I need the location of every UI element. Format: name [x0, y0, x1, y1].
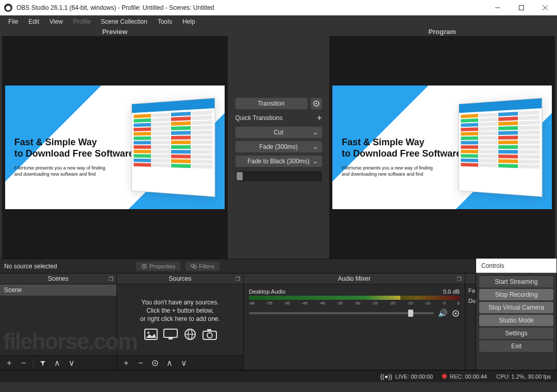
image-source-icon — [143, 328, 159, 341]
svg-point-7 — [144, 265, 145, 267]
svg-rect-1 — [519, 5, 524, 10]
sources-dock: Sources ❐ You don't have any sources. Cl… — [117, 273, 244, 370]
scene-item[interactable]: Scene — [0, 284, 116, 296]
speaker-icon[interactable]: 🔊 — [438, 309, 448, 318]
camera-source-icon — [202, 328, 217, 341]
minimize-button[interactable] — [486, 0, 510, 15]
window-title: OBS Studio 26.1.1 (64-bit, windows) - Pr… — [16, 4, 486, 11]
popout-icon[interactable]: ❐ — [235, 276, 240, 282]
preview-content: Fast & Simple Wayto Download Free Softwa… — [5, 86, 225, 209]
filter-icon — [39, 360, 46, 367]
close-button[interactable] — [533, 0, 557, 15]
chevron-down-icon: ⌄ — [313, 158, 318, 165]
svg-point-23 — [455, 312, 457, 314]
quick-transition-cut[interactable]: Cut ⌄ — [235, 127, 322, 138]
display-source-icon — [163, 328, 178, 341]
audio-meter — [249, 296, 460, 300]
menu-file[interactable]: File — [4, 17, 22, 26]
stop-recording-button[interactable]: Stop Recording — [479, 289, 553, 300]
svg-point-5 — [315, 103, 317, 105]
cpu-status: CPU: 1.2%, 30.00 fps — [496, 373, 551, 380]
svg-point-21 — [155, 362, 156, 364]
quick-transition-fade[interactable]: Fade (300ms) ⌄ — [235, 141, 322, 152]
studio-mode-button[interactable]: Studio Mode — [479, 315, 553, 326]
svg-rect-19 — [207, 329, 211, 332]
stop-virtual-camera-button[interactable]: Stop Virtual Camera — [479, 302, 553, 313]
quick-transition-fade-black[interactable]: Fade to Black (300ms) ⌄ — [235, 156, 322, 167]
svg-rect-13 — [168, 338, 173, 339]
add-scene-button[interactable]: + — [2, 357, 16, 369]
menu-help[interactable]: Help — [178, 17, 199, 26]
menu-edit[interactable]: Edit — [24, 17, 43, 26]
controls-dock: Controls Start Streaming Stop Recording … — [476, 259, 557, 370]
add-quick-transition-button[interactable]: + — [317, 113, 322, 123]
minimize-icon — [495, 5, 500, 10]
preview-panel[interactable]: Fast & Simple Wayto Download Free Softwa… — [0, 36, 230, 259]
menu-profile[interactable]: Profile — [69, 17, 95, 26]
audio-settings-button[interactable] — [452, 310, 460, 317]
preview-subtext: FileHorse presents you a new way of find… — [14, 165, 134, 177]
scenes-dock: Scenes ❐ Scene + − ∧ ∨ — [0, 273, 117, 370]
live-status: LIVE: 00:00:00 — [395, 373, 433, 380]
preview-label: Preview — [0, 28, 230, 36]
scenes-title: Scenes — [48, 275, 69, 282]
broadcast-icon: ((●)) — [380, 373, 392, 380]
program-panel[interactable]: Fast & Simple Wayto Download Free Softwa… — [328, 36, 558, 259]
properties-button[interactable]: Properties — [136, 262, 180, 271]
popout-icon[interactable]: ❐ — [109, 276, 113, 282]
mixer-title: Audio Mixer — [338, 275, 370, 282]
transition-settings-button[interactable] — [311, 98, 322, 109]
controls-title: Controls — [476, 259, 556, 273]
program-label: Program — [328, 28, 558, 36]
scene-down-button[interactable]: ∨ — [64, 357, 79, 369]
program-content: Fast & Simple Wayto Download Free Softwa… — [332, 86, 552, 209]
menu-scene-collection[interactable]: Scene Collection — [97, 17, 151, 26]
source-down-button[interactable]: ∨ — [177, 357, 191, 369]
start-streaming-button[interactable]: Start Streaming — [479, 276, 553, 287]
svg-point-11 — [147, 332, 149, 334]
slider-handle[interactable] — [237, 172, 243, 180]
title-bar: ⬤ OBS Studio 26.1.1 (64-bit, windows) - … — [0, 0, 557, 15]
preview-program-area: Fast & Simple Wayto Download Free Softwa… — [0, 36, 557, 259]
source-up-button[interactable]: ∧ — [162, 357, 177, 369]
audio-track-label: Desktop Audio — [249, 288, 285, 295]
gear-icon — [313, 100, 320, 107]
gear-icon — [141, 263, 147, 269]
audio-ticks: -60-55-50-45-40-35-30-25-20-15-10-50 — [249, 301, 460, 305]
scene-filters-button[interactable] — [36, 357, 50, 369]
popout-icon[interactable]: ❐ — [457, 276, 462, 282]
svg-point-18 — [207, 333, 212, 338]
app-icon: ⬤ — [4, 4, 12, 12]
maximize-button[interactable] — [510, 0, 533, 15]
scene-up-button[interactable]: ∧ — [50, 357, 64, 369]
remove-source-button[interactable]: − — [133, 357, 148, 369]
sources-toolbar: + − ∧ ∨ — [117, 355, 243, 370]
source-settings-button[interactable] — [148, 357, 162, 369]
no-source-label: No source selected — [4, 263, 97, 270]
audio-level-label: 0.0 dB — [443, 288, 460, 295]
settings-button[interactable]: Settings — [479, 328, 553, 339]
gear-icon — [452, 310, 460, 317]
t-bar-slider[interactable] — [235, 171, 322, 181]
status-bar: ((●)) LIVE: 00:00:00 REC: 00:00:44 CPU: … — [0, 370, 557, 382]
transition-button[interactable]: Transition — [235, 98, 308, 109]
browser-source-icon — [182, 328, 198, 341]
rec-status: REC: 00:00:44 — [450, 373, 487, 380]
gear-icon — [151, 360, 159, 367]
preview-program-labels: Preview Program — [0, 28, 557, 36]
transition-column: Transition Quick Transitions + Cut ⌄ Fad… — [230, 36, 328, 259]
filters-button[interactable]: Filters — [185, 262, 220, 271]
sources-empty[interactable]: You don't have any sources. Click the + … — [117, 284, 243, 355]
exit-button[interactable]: Exit — [479, 340, 553, 352]
preview-headline: Fast & Simple Wayto Download Free Softwa… — [14, 137, 134, 159]
remove-scene-button[interactable]: − — [16, 357, 31, 369]
menu-view[interactable]: View — [45, 17, 67, 26]
maximize-icon — [519, 5, 524, 10]
add-source-button[interactable]: + — [119, 357, 133, 369]
menu-tools[interactable]: Tools — [154, 17, 176, 26]
chevron-down-icon: ⌄ — [313, 129, 318, 136]
quick-transitions-label: Quick Transitions — [235, 114, 283, 122]
volume-slider[interactable] — [249, 312, 434, 314]
menu-bar: File Edit View Profile Scene Collection … — [0, 15, 557, 28]
audio-mixer-dock: Audio Mixer ❐ Desktop Audio 0.0 dB -60-5… — [244, 273, 465, 370]
